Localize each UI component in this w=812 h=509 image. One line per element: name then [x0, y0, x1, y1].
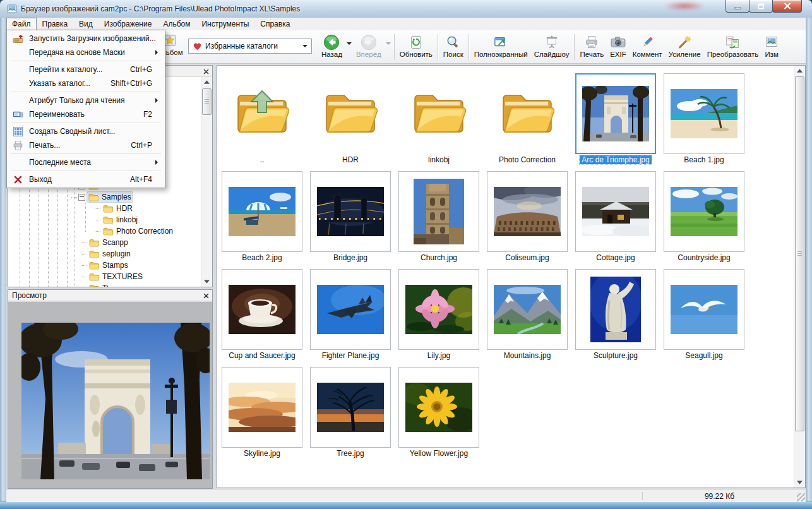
- thumbnail-media: [664, 171, 744, 252]
- file-menu-item-go-to-folder[interactable]: Перейти к каталогу...Ctrl+G: [7, 63, 165, 76]
- tree-item-seplugin[interactable]: seplugin: [8, 248, 201, 260]
- toolbar-group-fullscreen: Полноэкранный: [471, 32, 531, 63]
- toolbar-dropdown-back[interactable]: [345, 32, 353, 63]
- file-menu-item-recent-places[interactable]: Последние места: [7, 155, 165, 169]
- menu-item-label: Переименовать: [29, 110, 85, 119]
- toolbar-group-comment: Коммент: [630, 32, 666, 63]
- menu-item-label: Последние места: [29, 158, 91, 167]
- toolbar-button-back[interactable]: Назад: [318, 32, 345, 63]
- file-menu-item-specify-folder[interactable]: Указать каталог...Shift+Ctrl+G: [7, 76, 165, 90]
- thumbnail-beach-2-jpg[interactable]: Beach 2.jpg: [222, 171, 302, 263]
- scroll-up-icon[interactable]: [794, 66, 805, 76]
- toolbar-button-enhance[interactable]: Усиление: [666, 32, 704, 63]
- toolbar-button-slideshow[interactable]: Слайдшоу: [531, 32, 573, 63]
- tree-panel-close-button[interactable]: [202, 68, 210, 75]
- toolbar-button-search[interactable]: Поиск: [440, 32, 467, 63]
- thumbnail-church-jpg[interactable]: Church.jpg: [398, 171, 479, 263]
- tree-expander-minus-icon[interactable]: [78, 194, 85, 201]
- resize-grip[interactable]: [797, 493, 805, 501]
- toolbar-button-print[interactable]: Печать: [576, 32, 607, 63]
- menu-item-label: Запустить Загрузчик изображений...: [29, 34, 156, 43]
- menubar-item-view[interactable]: Вид: [73, 18, 99, 30]
- thumbnail-linkobj[interactable]: linkobj: [398, 73, 479, 165]
- thumbnail-mountains-jpg[interactable]: Mountains.jpg: [487, 269, 568, 361]
- favorite-folders-combobox[interactable]: Избранные каталоги: [188, 39, 312, 54]
- scroll-down-icon[interactable]: [794, 477, 805, 488]
- toolbar-group-forward: Вперёд: [353, 32, 392, 63]
- toolbar-group-enhance: Усиление: [666, 32, 704, 63]
- toolbar-button-convert[interactable]: Преобразовать: [704, 32, 762, 63]
- thumbnail-yellow-flower-jpg[interactable]: Yellow Flower.jpg: [398, 367, 479, 458]
- toolbar-button-forward[interactable]: Вперёд: [353, 32, 385, 63]
- tree-scrollbar-thumb[interactable]: [202, 88, 212, 115]
- tree-item-linkobj[interactable]: linkobj: [8, 214, 201, 225]
- main-scrollbar-thumb[interactable]: [795, 76, 804, 431]
- tree-item-stamps[interactable]: Stamps: [8, 260, 201, 271]
- main-scrollbar[interactable]: [794, 66, 805, 488]
- combobox-dropdown-icon[interactable]: [302, 45, 307, 50]
- thumbnail-tree-jpg[interactable]: Tree.jpg: [310, 367, 391, 458]
- thumbnail-sculpture-jpg[interactable]: Sculpture.jpg: [575, 269, 656, 361]
- close-button[interactable]: [772, 0, 802, 13]
- minimize-button[interactable]: [725, 0, 749, 13]
- toolbar-group-edit: Изм: [761, 32, 782, 63]
- tree-item-samples[interactable]: Samples: [8, 191, 201, 203]
- file-menu-item-rename[interactable]: ПереименоватьF2: [7, 107, 165, 121]
- tree-item-content: linkobj: [102, 215, 139, 225]
- file-menu-item-run-image-loader[interactable]: Запустить Загрузчик изображений...: [7, 32, 165, 45]
- menu-item-label: Создать Сводный лист...: [29, 127, 115, 136]
- preview-panel-close-button[interactable]: [202, 292, 210, 299]
- file-menu-item-mask-based-transfer[interactable]: Передача на основе Маски: [7, 45, 165, 59]
- scroll-up-icon[interactable]: [201, 77, 212, 87]
- tree-item-hdr[interactable]: HDR: [8, 203, 201, 214]
- toolbar-button-exif[interactable]: EXIF: [607, 32, 630, 63]
- file-menu-item-read-only-attribute[interactable]: Атрибут Только для чтения: [7, 93, 165, 107]
- toolbar-button-refresh[interactable]: Обновить: [397, 32, 436, 63]
- tree-item-scanpp[interactable]: Scanpp: [8, 237, 201, 248]
- toolbar-button-fullscreen[interactable]: Полноэкранный: [471, 32, 531, 63]
- thumbnail-item[interactable]: ..: [222, 73, 302, 165]
- file-menu-item-create-contact-sheet[interactable]: Создать Сводный лист...: [7, 124, 165, 138]
- menubar-item-edit[interactable]: Правка: [37, 18, 74, 30]
- tree-item-content: HDR: [102, 203, 134, 213]
- thumbnail-arc-de-triomphe-jpg[interactable]: Arc de Triomphe.jpg: [575, 73, 656, 165]
- file-menu-item-exit[interactable]: ВыходAlt+F4: [7, 172, 165, 186]
- menubar-item-image[interactable]: Изображение: [99, 18, 158, 30]
- toolbar-button-label: Изм: [765, 51, 779, 58]
- tree-scrollbar[interactable]: [201, 77, 212, 287]
- thumbnail-coliseum-jpg[interactable]: Coliseum.jpg: [487, 171, 568, 263]
- tree-item-ti[interactable]: Ti: [8, 282, 201, 287]
- thumbnail-photo-correction[interactable]: Photo Correction: [487, 73, 568, 165]
- titlebar[interactable]: Браузер изображений cam2pc - C:\Program …: [0, 0, 812, 18]
- thumbnail-frame: [222, 269, 302, 350]
- thumbnail-cottage-jpg[interactable]: Cottage.jpg: [575, 171, 656, 263]
- menubar-item-album[interactable]: Альбом: [157, 18, 196, 30]
- thumbnail-media: [398, 367, 479, 448]
- thumbnail-fighter-plane-jpg[interactable]: Fighter Plane.jpg: [310, 269, 391, 361]
- thumbnail-hdr[interactable]: HDR: [310, 73, 391, 165]
- maximize-button[interactable]: [749, 0, 773, 13]
- menubar-item-help[interactable]: Справка: [254, 18, 296, 30]
- toolbar-group-refresh: Обновить: [397, 32, 436, 63]
- thumbnail-label: linkobj: [426, 155, 451, 165]
- toolbar-button-edit[interactable]: Изм: [761, 32, 782, 63]
- thumbnail-label: Cottage.jpg: [594, 253, 636, 263]
- thumbnail-bridge-jpg[interactable]: Bridge.jpg: [310, 171, 391, 263]
- file-menu-item-print[interactable]: Печать...Ctrl+P: [7, 138, 165, 152]
- toolbar-dropdown-forward[interactable]: [385, 32, 392, 63]
- thumbnail-beach-1-jpg[interactable]: Beach 1.jpg: [664, 73, 744, 165]
- folder-icon: [88, 193, 99, 201]
- thumbnail-lily-jpg[interactable]: Lily.jpg: [398, 269, 479, 361]
- thumbnail-skyline-jpg[interactable]: Skyline.jpg: [222, 367, 302, 458]
- thumbnail-countryside-jpg[interactable]: Countryside.jpg: [664, 171, 744, 263]
- tree-item-photo-correction[interactable]: Photo Correction: [8, 225, 201, 237]
- folder-icon: [89, 273, 99, 281]
- menubar-item-file[interactable]: Файл: [6, 18, 37, 30]
- menu-separator: [11, 171, 161, 171]
- thumbnail-seagull-jpg[interactable]: Seagull.jpg: [664, 269, 744, 361]
- menubar-item-tools[interactable]: Инструменты: [196, 18, 254, 30]
- tree-item-textures[interactable]: TEXTURES: [8, 271, 201, 282]
- thumbnail-cup-and-saucer-jpg[interactable]: Cup and Saucer.jpg: [222, 269, 302, 361]
- toolbar-button-comment[interactable]: Коммент: [630, 32, 666, 63]
- scroll-down-icon[interactable]: [201, 277, 212, 287]
